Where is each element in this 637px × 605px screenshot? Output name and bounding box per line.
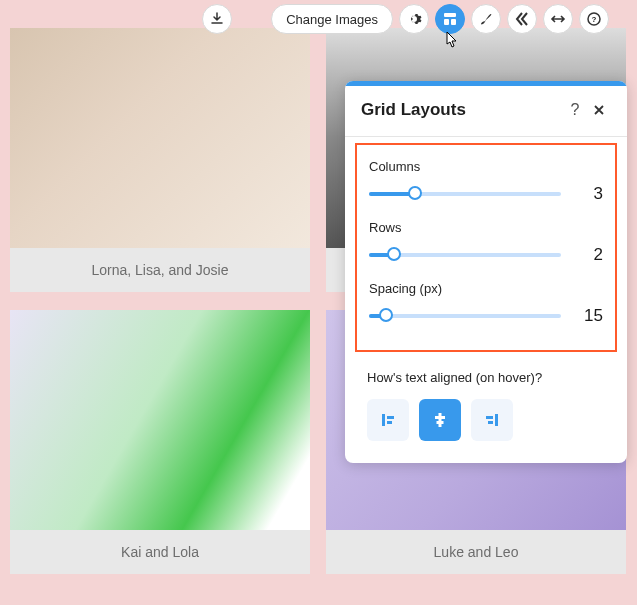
panel-close-button[interactable]: [587, 98, 611, 122]
svg-rect-9: [435, 416, 445, 419]
svg-rect-12: [486, 416, 493, 419]
settings-button[interactable]: [399, 4, 429, 34]
layout-button[interactable]: [435, 4, 465, 34]
svg-rect-0: [444, 13, 456, 17]
grid-caption: Kai and Lola: [10, 530, 310, 574]
svg-text:?: ?: [592, 15, 597, 24]
align-right-button[interactable]: [471, 399, 513, 441]
columns-value: 3: [575, 184, 603, 204]
svg-rect-6: [387, 416, 394, 419]
animation-icon: [514, 11, 530, 27]
help-icon: ?: [586, 11, 602, 27]
grid-cell[interactable]: Kai and Lola: [10, 310, 310, 574]
design-button[interactable]: [471, 4, 501, 34]
brush-icon: [478, 11, 494, 27]
rows-label: Rows: [369, 220, 603, 235]
svg-rect-10: [437, 421, 444, 424]
align-center-icon: [431, 411, 449, 429]
columns-control: Columns 3: [369, 153, 603, 214]
svg-rect-13: [488, 421, 493, 424]
stretch-icon: [550, 11, 566, 27]
text-align-label: How's text aligned (on hover)?: [367, 370, 605, 385]
rows-slider[interactable]: [369, 245, 561, 265]
columns-label: Columns: [369, 159, 603, 174]
grid-cell[interactable]: Lorna, Lisa, and Josie: [10, 28, 310, 292]
help-button[interactable]: ?: [579, 4, 609, 34]
svg-rect-2: [451, 19, 456, 25]
grid-caption: Lorna, Lisa, and Josie: [10, 248, 310, 292]
grid-layouts-panel: Grid Layouts ? Columns 3 Rows: [345, 81, 627, 463]
rows-control: Rows 2: [369, 214, 603, 275]
panel-help-button[interactable]: ?: [563, 98, 587, 122]
grid-image: [10, 310, 310, 530]
panel-title: Grid Layouts: [361, 100, 563, 120]
svg-rect-8: [439, 413, 442, 427]
stretch-button[interactable]: [543, 4, 573, 34]
animation-button[interactable]: [507, 4, 537, 34]
align-center-button[interactable]: [419, 399, 461, 441]
rows-value: 2: [575, 245, 603, 265]
layout-icon: [442, 11, 458, 27]
editor-toolbar: Change Images ?: [0, 4, 637, 34]
gear-icon: [406, 11, 422, 27]
panel-header: Grid Layouts ?: [345, 86, 627, 137]
grid-image: [10, 28, 310, 248]
svg-rect-7: [387, 421, 392, 424]
columns-slider[interactable]: [369, 184, 561, 204]
align-left-icon: [379, 411, 397, 429]
highlight-area: Columns 3 Rows 2 Spa: [355, 143, 617, 352]
spacing-control: Spacing (px) 15: [369, 275, 603, 336]
svg-rect-1: [444, 19, 449, 25]
align-group: [367, 399, 605, 441]
align-right-icon: [483, 411, 501, 429]
change-images-button[interactable]: Change Images: [271, 4, 393, 34]
align-left-button[interactable]: [367, 399, 409, 441]
grid-caption: Luke and Leo: [326, 530, 626, 574]
spacing-label: Spacing (px): [369, 281, 603, 296]
svg-rect-11: [495, 414, 498, 426]
spacing-slider[interactable]: [369, 306, 561, 326]
close-icon: [592, 103, 606, 117]
svg-rect-5: [382, 414, 385, 426]
spacing-value: 15: [575, 306, 603, 326]
text-align-section: How's text aligned (on hover)?: [345, 362, 627, 463]
